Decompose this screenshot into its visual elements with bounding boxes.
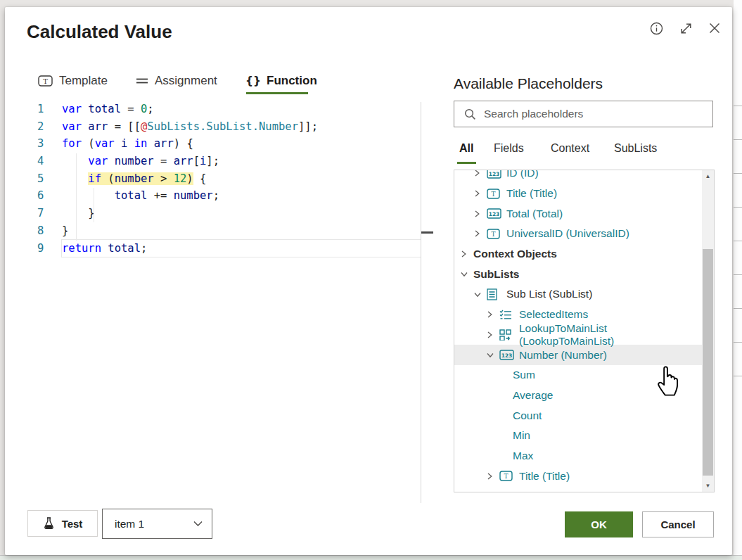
tree-item-max[interactable]: Max bbox=[454, 446, 702, 466]
tree-item-label: Context Objects bbox=[473, 248, 557, 260]
search-input[interactable] bbox=[484, 101, 712, 127]
line-number: 8 bbox=[27, 222, 62, 240]
code-line-3: 3for (var i in arr) { bbox=[27, 135, 439, 153]
calculated-value-dialog: Calculated Value TTemplateAssignment{}Fu… bbox=[5, 7, 732, 555]
hand-cursor-icon bbox=[654, 359, 684, 398]
code-line-4: 4 var number = arr[i]; bbox=[27, 153, 439, 170]
tree-item-title-title[interactable]: TTitle (Title) bbox=[454, 184, 702, 204]
tree-item-label: Sub List (SubList) bbox=[506, 288, 592, 300]
tree-item-label: ID (ID) bbox=[506, 170, 539, 179]
line-number: 7 bbox=[27, 205, 62, 222]
chevron-right-icon[interactable] bbox=[473, 229, 483, 238]
code-text[interactable]: } bbox=[62, 222, 421, 240]
code-line-9: 9return total; bbox=[27, 240, 439, 257]
cancel-button[interactable]: Cancel bbox=[642, 511, 714, 537]
tree-item-label: Average bbox=[513, 389, 553, 402]
indent-guide bbox=[76, 153, 77, 241]
placeholder-tab-context[interactable]: Context bbox=[551, 142, 589, 160]
close-icon[interactable] bbox=[706, 20, 723, 37]
code-line-5: 5 if (number > 12) { bbox=[27, 170, 439, 188]
chevron-right-icon[interactable] bbox=[460, 250, 470, 258]
tab-label: Template bbox=[59, 74, 108, 88]
code-text[interactable]: if (number > 12) { bbox=[62, 170, 421, 188]
tree-item-count[interactable]: Count bbox=[454, 405, 702, 426]
code-line-2: 2var arr = [[@SubLists.SubList.Number]]; bbox=[27, 118, 439, 136]
code-text[interactable]: var total = 0; bbox=[62, 101, 421, 118]
test-item-dropdown[interactable]: item 1 bbox=[102, 509, 212, 539]
test-button[interactable]: Test bbox=[27, 510, 98, 537]
dropdown-selected-value: item 1 bbox=[103, 518, 193, 530]
scrollbar-thumb[interactable] bbox=[703, 249, 713, 476]
chevron-right-icon[interactable] bbox=[473, 170, 483, 177]
tree-item-context-objects[interactable]: Context Objects bbox=[454, 244, 702, 265]
tree-item-label: Title (Title) bbox=[506, 187, 557, 200]
code-text[interactable]: return total; bbox=[62, 240, 421, 257]
code-editor[interactable]: 1var total = 0;2var arr = [[@SubLists.Su… bbox=[27, 101, 439, 506]
chevron-down-icon[interactable] bbox=[460, 270, 470, 278]
backdrop-grid-lines bbox=[734, 72, 742, 396]
code-line-8: 8} bbox=[27, 222, 439, 240]
text-field-icon: T bbox=[487, 189, 501, 199]
svg-text:T: T bbox=[43, 77, 48, 85]
code-line-1: 1var total = 0; bbox=[27, 101, 439, 118]
tree-item-label: Max bbox=[513, 450, 533, 462]
number-field-icon: 123 bbox=[487, 170, 501, 179]
tree-item-id-id[interactable]: 123ID (ID) bbox=[454, 170, 702, 184]
backdrop-page-bottom bbox=[0, 555, 742, 560]
line-number: 6 bbox=[27, 187, 62, 205]
chevron-down-icon[interactable] bbox=[473, 291, 483, 298]
active-pivot-underline bbox=[457, 162, 476, 164]
line-number: 1 bbox=[27, 101, 62, 118]
tree-item-min[interactable]: Min bbox=[454, 426, 702, 446]
code-text[interactable]: } bbox=[62, 205, 421, 222]
svg-text:123: 123 bbox=[501, 352, 513, 359]
lookup-field-icon bbox=[499, 329, 514, 341]
tab-function[interactable]: {}Function bbox=[246, 70, 317, 91]
indent-guide bbox=[94, 188, 94, 222]
active-tab-underline bbox=[246, 92, 308, 94]
line-number: 4 bbox=[27, 153, 62, 170]
tree-item-label: Count bbox=[513, 409, 542, 422]
placeholder-search-box bbox=[454, 101, 713, 127]
tree-item-label: LookupToMainList (LookupToMainList) bbox=[519, 322, 702, 348]
tree-item-total-total[interactable]: 123Total (Total) bbox=[454, 203, 702, 224]
template-icon: T bbox=[38, 75, 53, 87]
line-number: 2 bbox=[27, 118, 62, 136]
expand-icon[interactable] bbox=[677, 20, 694, 37]
ok-button[interactable]: OK bbox=[565, 511, 633, 537]
placeholder-tab-sublists[interactable]: SubLists bbox=[614, 142, 657, 160]
scrollbar-up-icon[interactable]: ▲ bbox=[702, 170, 714, 182]
svg-text:T: T bbox=[491, 191, 495, 198]
code-text[interactable]: for (var i in arr) { bbox=[62, 135, 421, 153]
text-field-icon: T bbox=[499, 471, 514, 481]
tab-assignment[interactable]: Assignment bbox=[136, 70, 217, 91]
chevron-right-icon[interactable] bbox=[473, 189, 483, 198]
code-text[interactable]: var arr = [[@SubLists.SubList.Number]]; bbox=[62, 118, 421, 136]
tree-item-lookuptomainlist-lookuptomainlist[interactable]: LookupToMainList (LookupToMainList) bbox=[454, 325, 702, 345]
function-icon: {} bbox=[246, 74, 260, 88]
chevron-right-icon[interactable] bbox=[486, 331, 496, 339]
tree-item-sublists[interactable]: SubLists bbox=[454, 264, 702, 284]
placeholder-tab-fields[interactable]: Fields bbox=[494, 142, 524, 160]
info-icon[interactable] bbox=[648, 20, 665, 37]
tree-item-title-title[interactable]: TTitle (Title) bbox=[454, 466, 702, 486]
chevron-right-icon[interactable] bbox=[486, 472, 496, 481]
dialog-title: Calculated Value bbox=[27, 21, 172, 43]
chevron-right-icon[interactable] bbox=[473, 210, 483, 218]
assignment-icon bbox=[136, 77, 148, 85]
code-text[interactable]: var number = arr[i]; bbox=[62, 153, 421, 170]
code-text[interactable]: total += number; bbox=[62, 187, 421, 205]
tab-label: Assignment bbox=[155, 74, 217, 88]
placeholder-tab-all[interactable]: All bbox=[459, 142, 473, 160]
test-button-label: Test bbox=[62, 518, 83, 530]
scrollbar-down-icon[interactable]: ▼ bbox=[702, 480, 714, 492]
tree-item-universalid-universalid[interactable]: TUniversalID (UniversalID) bbox=[454, 224, 702, 244]
svg-text:123: 123 bbox=[489, 211, 500, 217]
chevron-down-icon bbox=[193, 521, 203, 527]
chevron-right-icon[interactable] bbox=[486, 310, 496, 319]
tree-scrollbar[interactable]: ▲ ▼ bbox=[702, 170, 714, 492]
tab-template[interactable]: TTemplate bbox=[38, 70, 108, 91]
tree-item-sub-list-sublist[interactable]: Sub List (SubList) bbox=[454, 284, 702, 305]
tree-item-label: UniversalID (UniversalID) bbox=[506, 227, 629, 240]
chevron-down-icon[interactable] bbox=[486, 351, 496, 359]
